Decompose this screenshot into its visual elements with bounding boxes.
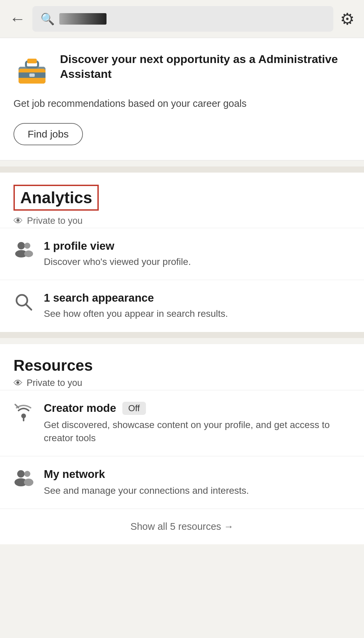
briefcase-icon [13, 52, 51, 89]
resources-private-label: 👁 Private to you [13, 378, 351, 390]
find-jobs-button[interactable]: Find jobs [13, 123, 83, 145]
svg-rect-6 [29, 73, 35, 77]
profile-view-desc: Discover who's viewed your profile. [44, 255, 191, 268]
my-network-title: My network [44, 468, 105, 481]
creator-mode-title-row: Creator mode Off [44, 402, 351, 415]
search-appearance-desc: See how often you appear in search resul… [44, 307, 228, 320]
my-network-text: My network See and manage your connectio… [44, 468, 249, 497]
creator-mode-badge: Off [122, 402, 146, 415]
settings-gear-icon[interactable]: ⚙ [340, 9, 355, 28]
job-subtitle: Get job recommendations based on your ca… [13, 97, 351, 111]
svg-point-7 [18, 242, 25, 249]
my-network-item[interactable]: My network See and manage your connectio… [0, 456, 364, 509]
profile-view-title: 1 profile view [44, 240, 191, 252]
people-icon [13, 241, 34, 262]
search-bar[interactable]: 🔍 [32, 6, 333, 32]
header: ← 🔍 ⚙ [0, 0, 364, 38]
search-appearance-icon [13, 293, 34, 315]
section-divider [0, 166, 364, 173]
job-card-text: Discover your next opportunity as a Admi… [60, 52, 351, 87]
search-appearance-item[interactable]: 1 search appearance See how often you ap… [0, 280, 364, 332]
svg-point-16 [17, 470, 25, 478]
creator-mode-desc: Get discovered, showcase content on your… [44, 418, 351, 445]
profile-view-item[interactable]: 1 profile view Discover who's viewed you… [0, 228, 364, 280]
creator-mode-text: Creator mode Off Get discovered, showcas… [44, 402, 351, 445]
my-network-title-row: My network [44, 468, 249, 481]
svg-rect-3 [27, 59, 37, 63]
svg-line-12 [26, 304, 31, 310]
profile-view-text: 1 profile view Discover who's viewed you… [44, 240, 191, 268]
svg-point-19 [24, 479, 33, 486]
section-divider-2 [0, 332, 364, 338]
creator-mode-icon [13, 403, 34, 427]
my-network-icon [13, 469, 34, 491]
creator-mode-title: Creator mode [44, 402, 116, 415]
svg-point-10 [24, 250, 33, 257]
search-bar-content [59, 13, 107, 25]
creator-mode-item[interactable]: Creator mode Off Get discovered, showcas… [0, 390, 364, 456]
job-title: Discover your next opportunity as a Admi… [60, 52, 351, 81]
analytics-section: Analytics 👁 Private to you 1 profile vie… [0, 173, 364, 332]
resources-header: Resources 👁 Private to you [0, 344, 364, 390]
back-button[interactable]: ← [9, 11, 26, 27]
eye-icon-resources: 👁 [13, 378, 23, 389]
svg-point-9 [24, 243, 30, 249]
job-recommendation-card: Discover your next opportunity as a Admi… [0, 38, 364, 160]
resources-title: Resources [13, 356, 351, 374]
svg-point-18 [24, 471, 30, 477]
my-network-desc: See and manage your connections and inte… [44, 484, 249, 497]
resources-section: Resources 👁 Private to you Creator mode … [0, 344, 364, 545]
analytics-header: Analytics [0, 173, 364, 211]
show-all-resources-button[interactable]: Show all 5 resources → [0, 509, 364, 544]
search-icon: 🔍 [40, 12, 55, 26]
eye-icon: 👁 [13, 215, 23, 226]
search-appearance-title: 1 search appearance [44, 292, 228, 304]
analytics-title: Analytics [13, 185, 99, 211]
analytics-private-label: 👁 Private to you [0, 211, 364, 228]
search-appearance-text: 1 search appearance See how often you ap… [44, 292, 228, 320]
